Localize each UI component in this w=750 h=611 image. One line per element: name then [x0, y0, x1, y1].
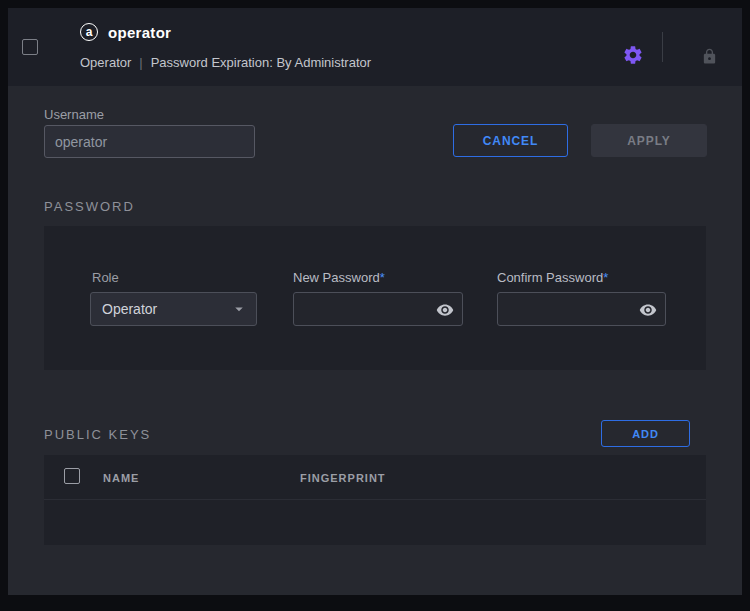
- confirm-password-label: Confirm Password*: [497, 270, 608, 285]
- lock-status: [697, 44, 721, 68]
- role-selected-value: Operator: [102, 301, 157, 317]
- user-subtitle: Operator | Password Expiration: By Admin…: [80, 55, 371, 70]
- role-label: Role: [92, 270, 119, 285]
- public-keys-empty-row: [44, 501, 706, 545]
- header-divider: [662, 32, 663, 62]
- username-label: Username: [44, 107, 104, 122]
- user-avatar-icon: a: [80, 23, 98, 41]
- toggle-new-password-visibility-button[interactable]: [434, 300, 456, 320]
- user-header: a operator Operator | Password Expiratio…: [8, 8, 742, 86]
- add-public-key-button[interactable]: ADD: [601, 420, 690, 447]
- confirm-password-field-wrap: [497, 292, 666, 326]
- app-frame: a operator Operator | Password Expiratio…: [0, 0, 750, 611]
- new-password-input[interactable]: [294, 293, 430, 325]
- new-password-label: New Password*: [293, 270, 385, 285]
- public-keys-table: NAME FINGERPRINT: [44, 455, 706, 545]
- required-asterisk: *: [380, 270, 385, 285]
- confirm-password-input[interactable]: [498, 293, 633, 325]
- eye-icon: [436, 301, 454, 319]
- public-keys-table-header: NAME FINGERPRINT: [44, 455, 706, 500]
- cancel-button[interactable]: CANCEL: [453, 124, 568, 157]
- column-header-name: NAME: [103, 472, 139, 484]
- gear-icon: [622, 44, 644, 66]
- user-title: operator: [108, 24, 171, 41]
- chevron-down-icon: [230, 300, 248, 318]
- required-asterisk: *: [603, 270, 608, 285]
- eye-icon: [639, 301, 657, 319]
- toggle-confirm-password-visibility-button[interactable]: [637, 300, 659, 320]
- column-header-fingerprint: FINGERPRINT: [300, 472, 386, 484]
- settings-button[interactable]: [621, 43, 645, 67]
- user-role-text: Operator: [80, 55, 131, 70]
- select-all-keys-checkbox[interactable]: [64, 468, 80, 484]
- public-keys-section-heading: PUBLIC KEYS: [44, 427, 151, 442]
- user-edit-panel: Username CANCEL APPLY PASSWORD Role Oper…: [8, 86, 742, 595]
- username-input[interactable]: [44, 125, 255, 158]
- role-select[interactable]: Operator: [90, 292, 257, 326]
- lock-icon: [701, 48, 718, 65]
- password-expiration-text: Password Expiration: By Administrator: [151, 55, 371, 70]
- apply-button[interactable]: APPLY: [591, 124, 707, 157]
- new-password-field-wrap: [293, 292, 463, 326]
- password-section: Role Operator New Password* Confir: [44, 226, 706, 370]
- password-section-heading: PASSWORD: [44, 199, 135, 214]
- select-user-checkbox[interactable]: [22, 39, 38, 55]
- subtitle-separator: |: [139, 55, 142, 70]
